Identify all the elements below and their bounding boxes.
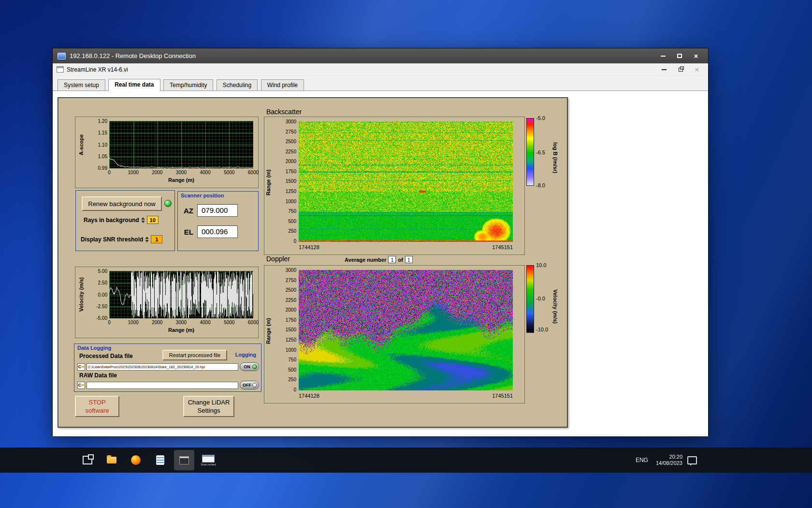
taskbar-icons: Scan sched <box>77 450 218 470</box>
raw-toggle-led <box>252 383 257 388</box>
tab-system-setup[interactable]: System setup <box>58 79 105 90</box>
app-titlebar[interactable]: StreamLine XR v14-6.vi × <box>53 63 708 76</box>
rdp-taskbar-button[interactable] <box>174 450 194 470</box>
axis-tick: 2500 <box>286 287 296 293</box>
processed-path-input[interactable]: C:\Lidar\Data\Proc\2023\202308\20230814\… <box>87 363 238 371</box>
axis-tick: 1500 <box>286 179 296 184</box>
logging-label: Logging <box>235 352 256 358</box>
az-row: AZ 079.000 <box>182 204 238 217</box>
doppler-x-end: 1745151 <box>492 393 513 399</box>
axis-tick: 1.15 <box>98 130 107 135</box>
processed-drive-box[interactable]: C <box>77 363 85 371</box>
doppler-title: Doppler <box>266 255 290 263</box>
tab-temp-humidity[interactable]: Temp/humidity <box>163 79 213 90</box>
average-number-row: Average number 1 of 1 <box>345 256 413 263</box>
raw-file-row: C OFF <box>77 381 259 389</box>
background-controls-group: Renew background now Rays in background … <box>75 190 175 251</box>
app-restore-button[interactable] <box>673 64 688 75</box>
rdp-maximize-button[interactable] <box>672 51 687 61</box>
scanner-position-group: Scanner position AZ 079.000 EL 000.096 <box>177 191 259 251</box>
processed-logging-toggle[interactable]: ON <box>240 362 259 371</box>
change-lidar-settings-button[interactable]: Change LiDAR Settings <box>183 396 234 417</box>
backscatter-cb-tick-mid: -6.5 <box>536 149 545 155</box>
scan-sched-window-icon: Scan sched <box>201 455 216 466</box>
rdp-close-button[interactable]: × <box>689 51 703 61</box>
rays-value[interactable]: 10 <box>147 216 159 224</box>
el-value[interactable]: 000.096 <box>197 225 238 238</box>
average-of-value[interactable]: 1 <box>405 256 413 263</box>
doppler-cb-tick-max: 10.0 <box>536 262 546 268</box>
el-row: EL 000.096 <box>182 225 238 238</box>
doppler-cb-tick-min: -10.0 <box>536 327 548 332</box>
backscatter-cb-tick-min: -8.0 <box>536 182 545 188</box>
backscatter-y-ticks: 3000275025002250200017501500125010007505… <box>276 119 296 244</box>
rdp-titlebar[interactable]: 192.168.0.122 - Remote Desktop Connectio… <box>53 48 708 63</box>
average-number-value[interactable]: 1 <box>388 256 396 263</box>
notes-app-button[interactable] <box>150 450 170 470</box>
doppler-colorbar-label: Velocity (m/s) <box>552 270 558 343</box>
raw-drive-box[interactable]: C <box>77 382 85 389</box>
axis-tick: 0 <box>293 239 296 244</box>
axis-tick: 1750 <box>286 169 296 174</box>
raw-logging-toggle[interactable]: OFF <box>240 381 259 389</box>
scan-sched-button[interactable]: Scan sched <box>198 450 218 470</box>
doppler-colorbar <box>526 265 534 333</box>
processed-toggle-label: ON <box>242 364 252 369</box>
firefox-button[interactable] <box>126 450 146 470</box>
doppler-plot <box>299 270 513 390</box>
axis-tick: 750 <box>288 209 296 214</box>
app-minimize-button[interactable] <box>657 64 671 75</box>
rays-in-background-row: Rays in background 10 <box>84 216 159 224</box>
app-window-icon <box>57 66 64 73</box>
axis-tick: 1000 <box>286 347 296 353</box>
axis-tick: 1000 <box>286 199 296 204</box>
notification-icon[interactable] <box>687 456 697 464</box>
task-view-button[interactable] <box>77 450 98 470</box>
stop-software-button[interactable]: STOP software <box>75 396 119 417</box>
rdp-minimize-button[interactable] <box>656 51 670 61</box>
processed-data-file-label: Processed Data file <box>79 353 133 359</box>
backscatter-cb-tick-max: -5.0 <box>536 115 545 121</box>
ascope-plot-frame: A-scope 1.201.151.101.050.99 01000200030… <box>75 117 259 188</box>
clock[interactable]: 20:20 14/08/2023 <box>656 454 682 466</box>
axis-tick: 2500 <box>286 139 296 144</box>
raw-path-input[interactable] <box>87 382 238 389</box>
scanner-position-title: Scanner position <box>181 193 224 198</box>
axis-tick: 2000 <box>286 159 296 164</box>
backscatter-colorbar-label: log B (/m/sr) <box>552 121 558 194</box>
clock-time: 20:20 <box>669 454 682 460</box>
rdp-computer-icon <box>58 53 66 60</box>
restart-processed-file-button[interactable]: Restart processed file <box>162 350 227 360</box>
axis-tick: 1500 <box>286 327 296 332</box>
tab-scheduling[interactable]: Scheduling <box>217 79 258 90</box>
velocity-y-label: Velocity (m/s) <box>78 271 84 318</box>
data-logging-title: Data Logging <box>77 345 111 351</box>
taskbar: Scan sched ENG 20:20 14/08/2023 <box>0 448 812 473</box>
snr-spinner[interactable] <box>145 237 149 242</box>
axis-tick: 500 <box>288 219 296 224</box>
tab-real-time-data[interactable]: Real time data <box>108 79 160 91</box>
file-explorer-button[interactable] <box>102 450 122 470</box>
rays-spinner[interactable] <box>141 217 145 223</box>
ascope-x-ticks: 0100020003000400050006000 <box>109 170 253 175</box>
processed-toggle-led <box>252 364 257 369</box>
rdp-window: 192.168.0.122 - Remote Desktop Connectio… <box>52 48 709 437</box>
doppler-plot-frame: Range (m) 300027502500225020001750150012… <box>264 265 525 403</box>
axis-tick: 2750 <box>286 278 296 283</box>
ascope-x-label: Range (m) <box>109 177 253 183</box>
renew-background-button[interactable]: Renew background now <box>82 196 162 211</box>
app-window-title: StreamLine XR v14-6.vi <box>67 66 657 73</box>
axis-tick: 5.00 <box>98 269 107 274</box>
language-indicator[interactable]: ENG <box>633 455 651 465</box>
axis-tick: 750 <box>288 357 296 362</box>
axis-tick: 2250 <box>286 149 296 154</box>
tab-wind-profile[interactable]: Wind profile <box>261 79 304 90</box>
ascope-y-ticks: 1.201.151.101.050.99 <box>91 119 107 171</box>
axis-tick: 250 <box>288 377 296 382</box>
snr-threshold-row: Display SNR threshold 1 <box>81 235 162 243</box>
raw-data-file-label: RAW Data file <box>79 372 117 379</box>
snr-value[interactable]: 1 <box>151 235 162 243</box>
az-value[interactable]: 079.000 <box>197 204 238 217</box>
el-label: EL <box>182 228 193 236</box>
app-close-button[interactable]: × <box>690 64 704 75</box>
